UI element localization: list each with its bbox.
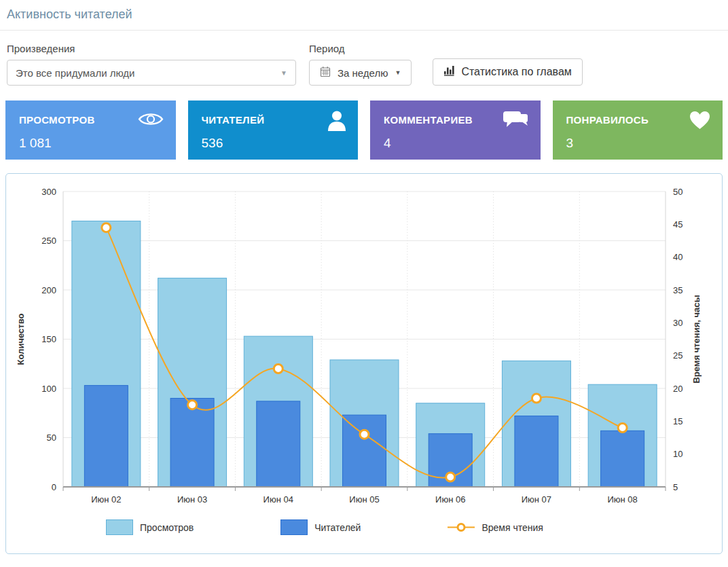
chart-legend: Просмотров Читателей Время чтения — [6, 519, 722, 535]
period-value: За неделю — [338, 67, 388, 79]
stat-value: 536 — [202, 136, 345, 151]
works-label: Произведения — [7, 43, 296, 54]
legend-label: Читателей — [314, 522, 361, 533]
svg-text:0: 0 — [52, 482, 56, 492]
svg-text:Июн 02: Июн 02 — [91, 494, 121, 505]
svg-text:5: 5 — [673, 482, 678, 492]
svg-text:25: 25 — [673, 350, 682, 361]
svg-text:10: 10 — [673, 449, 682, 459]
page-header: Активность читателей — [0, 0, 728, 31]
chevron-down-icon: ▼ — [395, 69, 401, 76]
stat-card-comments: КОММЕНТАРИЕВ 4 — [370, 100, 541, 160]
svg-text:Июн 06: Июн 06 — [435, 494, 465, 505]
activity-chart-panel: 0501001502002503005101520253035404550Июн… — [5, 173, 723, 554]
stat-label: ПОНРАВИЛОСЬ — [566, 114, 710, 126]
svg-text:Июн 04: Июн 04 — [263, 494, 293, 505]
svg-text:300: 300 — [41, 187, 56, 197]
activity-chart: 0501001502002503005101520253035404550Июн… — [6, 174, 722, 513]
svg-text:100: 100 — [41, 384, 56, 394]
chevron-down-icon: ▼ — [280, 69, 287, 77]
stat-card-views: ПРОСМОТРОВ 1 081 — [5, 100, 176, 160]
stat-value: 1 081 — [19, 136, 162, 151]
legend-label: Время чтения — [481, 522, 543, 533]
eye-icon — [138, 111, 164, 130]
chapter-stats-button-label: Статистика по главам — [461, 66, 571, 78]
comments-icon — [503, 111, 528, 132]
page-title: Активность читателей — [7, 7, 721, 22]
stat-card-likes: ПОНРАВИЛОСЬ 3 — [553, 100, 723, 160]
period-filter-group: Период За неделю ▼ — [309, 43, 412, 86]
works-filter-group: Произведения Это все придумали люди ▼ — [7, 43, 296, 86]
stat-label: ЧИТАТЕЛЕЙ — [202, 114, 345, 126]
chapter-stats-button[interactable]: Статистика по главам — [433, 58, 582, 86]
svg-text:45: 45 — [673, 219, 682, 230]
stat-value: 4 — [384, 136, 527, 151]
filter-bar: Произведения Это все придумали люди ▼ Пе… — [0, 31, 728, 86]
works-select-value: Это все придумали люди — [16, 67, 135, 79]
legend-item-readers[interactable]: Читателей — [280, 519, 361, 535]
svg-text:150: 150 — [41, 334, 56, 344]
period-dropdown[interactable]: За неделю ▼ — [309, 60, 412, 86]
period-label: Период — [309, 43, 412, 54]
svg-text:Июн 08: Июн 08 — [607, 494, 637, 505]
bar-chart-icon — [443, 65, 455, 79]
svg-text:15: 15 — [673, 416, 682, 426]
works-select[interactable]: Это все придумали люди ▼ — [7, 60, 296, 86]
stat-cards: ПРОСМОТРОВ 1 081 ЧИТАТЕЛЕЙ 536 КОММЕНТАР… — [0, 100, 728, 160]
legend-line-icon — [448, 522, 475, 533]
svg-text:20: 20 — [673, 384, 682, 394]
svg-text:Время чтения, часы: Время чтения, часы — [691, 295, 702, 383]
svg-text:Июн 05: Июн 05 — [349, 494, 379, 505]
legend-label: Просмотров — [140, 522, 194, 533]
svg-text:30: 30 — [673, 318, 682, 328]
calendar-icon — [320, 66, 331, 79]
stat-card-readers: ЧИТАТЕЛЕЙ 536 — [188, 100, 359, 160]
svg-text:35: 35 — [673, 285, 682, 295]
user-icon — [328, 111, 346, 133]
svg-text:50: 50 — [47, 433, 56, 443]
heart-icon — [689, 111, 710, 132]
svg-text:Июн 03: Июн 03 — [177, 494, 207, 505]
legend-item-views[interactable]: Просмотров — [106, 519, 194, 535]
svg-text:250: 250 — [41, 236, 56, 246]
legend-swatch — [106, 519, 133, 535]
svg-text:Июн 07: Июн 07 — [522, 494, 551, 505]
svg-text:40: 40 — [673, 252, 682, 262]
stat-value: 3 — [566, 136, 710, 151]
svg-text:50: 50 — [673, 187, 682, 197]
svg-text:200: 200 — [41, 285, 56, 295]
legend-swatch — [280, 519, 308, 535]
svg-text:Количество: Количество — [16, 314, 26, 365]
legend-item-reading-time[interactable]: Время чтения — [448, 522, 543, 533]
